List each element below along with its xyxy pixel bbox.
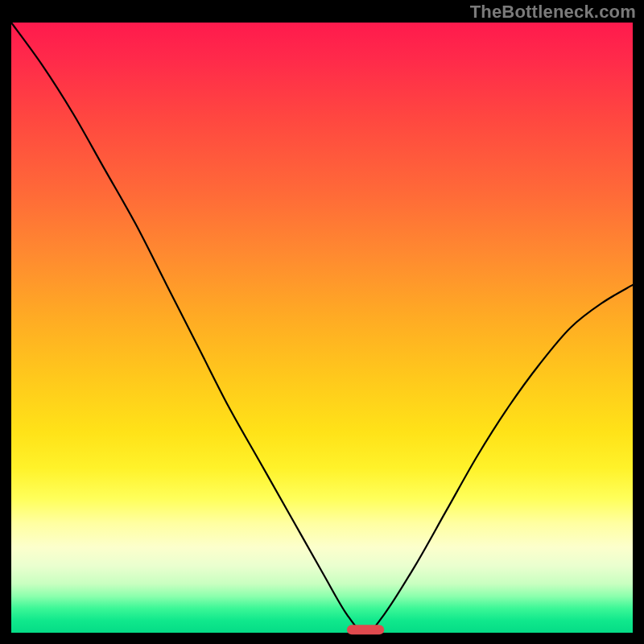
bottleneck-curve (11, 23, 633, 633)
curve-layer (11, 23, 633, 633)
chart-root: TheBottleneck.com (0, 0, 644, 644)
watermark-text: TheBottleneck.com (470, 2, 636, 23)
minimum-marker (347, 625, 384, 634)
plot-area (11, 23, 633, 633)
